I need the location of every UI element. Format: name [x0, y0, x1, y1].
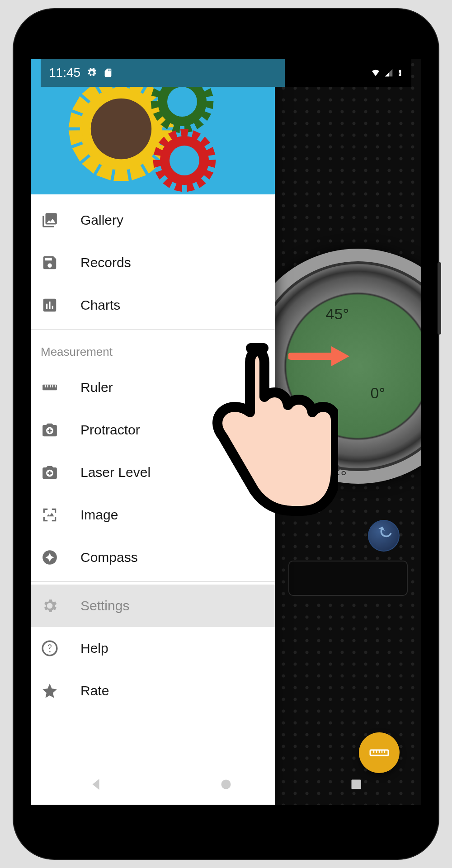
rotate-button[interactable] — [368, 520, 400, 552]
back-button[interactable] — [88, 776, 104, 793]
svg-rect-63 — [47, 385, 48, 387]
svg-marker-53 — [174, 182, 184, 192]
drawer-item-rate[interactable]: Rate — [31, 670, 275, 712]
dial-label-45-lower: 45° — [324, 461, 347, 479]
drawer-item-ruler[interactable]: Ruler — [31, 366, 275, 409]
image-frame-icon — [41, 506, 59, 524]
section-header-measurement: Measurement — [31, 332, 275, 366]
svg-rect-65 — [52, 385, 53, 387]
ruler-icon — [41, 378, 59, 396]
dial-label-45: 45° — [326, 305, 349, 323]
svg-point-26 — [91, 99, 151, 159]
value-bar — [288, 561, 408, 596]
item-label: Ruler — [80, 380, 113, 395]
drawer-item-compass[interactable]: Compass — [31, 536, 275, 579]
home-button[interactable] — [218, 776, 234, 793]
item-label: Laser Level — [80, 465, 151, 480]
chart-icon — [41, 296, 59, 314]
gear-icon — [87, 68, 97, 78]
item-label: Settings — [80, 598, 129, 613]
drawer-item-settings[interactable]: Settings — [31, 585, 275, 627]
status-bar: 11:45 — [31, 59, 421, 87]
item-label: Protractor — [80, 422, 140, 438]
item-label: Image — [80, 507, 118, 523]
svg-point-43 — [167, 87, 197, 117]
divider — [31, 329, 275, 330]
svg-marker-45 — [180, 129, 188, 137]
item-label: Rate — [80, 683, 109, 698]
svg-point-71 — [221, 780, 231, 789]
svg-marker-17 — [113, 168, 129, 181]
star-icon — [41, 682, 59, 700]
svg-marker-52 — [185, 182, 195, 192]
svg-rect-64 — [50, 385, 51, 387]
drawer-item-image[interactable]: Image — [31, 494, 275, 536]
signal-icon — [384, 68, 393, 78]
phone-frame: 45° 0° 45° 11:45 — [14, 9, 438, 859]
compass-icon — [41, 548, 59, 566]
screen: 45° 0° 45° 11:45 — [31, 59, 421, 805]
svg-marker-32 — [205, 100, 214, 109]
svg-rect-66 — [55, 385, 56, 387]
svg-marker-39 — [151, 100, 160, 109]
drawer-list[interactable]: Gallery Records Charts — [31, 194, 275, 805]
help-icon — [41, 639, 59, 657]
save-icon — [41, 254, 59, 272]
item-label: Gallery — [80, 212, 123, 228]
camera-plus-icon — [41, 421, 59, 439]
gear-icon — [41, 597, 59, 615]
item-label: Help — [80, 641, 108, 656]
item-label: Charts — [80, 297, 120, 313]
svg-rect-62 — [45, 385, 46, 387]
item-label: Compass — [80, 550, 138, 565]
phone-power-button — [438, 262, 441, 335]
drawer-item-gallery[interactable]: Gallery — [31, 199, 275, 241]
drawer-item-help[interactable]: Help — [31, 627, 275, 670]
dial-label-0: 0° — [370, 384, 385, 402]
drawer-item-laser-level[interactable]: Laser Level — [31, 451, 275, 494]
drawer-item-records[interactable]: Records — [31, 241, 275, 284]
item-label: Records — [80, 255, 131, 270]
recent-button[interactable] — [348, 776, 364, 793]
drawer-item-protractor[interactable]: Protractor — [31, 409, 275, 451]
svg-marker-21 — [69, 128, 84, 145]
svg-rect-72 — [352, 780, 361, 789]
gear-red-icon — [151, 127, 218, 194]
wifi-icon — [371, 68, 381, 78]
android-navbar — [31, 764, 421, 805]
battery-icon — [397, 68, 403, 78]
svg-marker-49 — [207, 159, 216, 168]
sd-card-icon — [103, 68, 113, 78]
divider — [31, 581, 275, 582]
svg-point-60 — [170, 146, 199, 175]
camera-plus-icon — [41, 463, 59, 481]
drawer-item-charts[interactable]: Charts — [31, 284, 275, 326]
clock: 11:45 — [49, 66, 80, 80]
svg-marker-22 — [69, 112, 84, 129]
navigation-drawer: Gallery Records Charts — [31, 59, 275, 805]
svg-marker-56 — [153, 159, 162, 168]
gallery-icon — [41, 211, 59, 229]
